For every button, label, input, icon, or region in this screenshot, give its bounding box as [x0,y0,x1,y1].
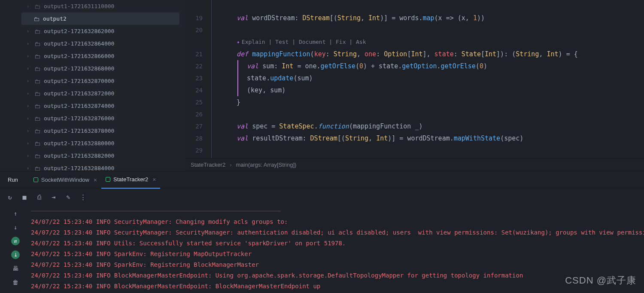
chevron-right-icon: › [27,166,33,171]
console-gutter: ↑ ↓ ⇄ ⤓ 🖶 🗑 [0,206,31,293]
code-line: val sum: Int = one.getOrElse(0) + state.… [237,60,644,72]
run-tab[interactable]: SocketWithWindow × [29,171,101,189]
more-icon[interactable]: ⋮ [79,193,87,201]
rerun-icon[interactable]: ↻ [6,193,14,201]
breadcrumb[interactable]: StateTracker2 › main(args: Array[String]… [185,158,644,171]
project-tree[interactable]: › 🗀 output1-1721631110000 🗀 output2 ›🗀ou… [0,0,185,171]
tree-item[interactable]: ›🗀output2-1721632882000 [0,150,185,162]
close-icon[interactable]: × [152,176,156,183]
code-line: resultDStream.cache() [212,156,644,158]
tree-item-label: output2-1721632882000 [44,153,114,159]
run-tab-label: StateTracker2 [113,176,148,183]
tree-item-label: output2-1721632884000 [44,165,114,171]
chevron-right-icon: › [27,66,33,71]
code-body[interactable]: val wordDStream: DStream[(String, Int)] … [211,0,644,158]
console-output[interactable]: ────────────────────────────────────────… [31,206,644,293]
chevron-right-icon: › [27,153,33,158]
down-arrow-icon[interactable]: ↓ [11,223,20,232]
tree-item-label: output2-1721632876000 [44,115,114,122]
chevron-right-icon: › [27,79,33,83]
trash-icon[interactable]: 🗑 [11,278,20,287]
log-line: 24/07/22 15:23:40 INFO BlockManagerMaste… [31,270,644,281]
tree-item[interactable]: ›🗀output2-1721632876000 [0,112,185,125]
tree-item-label: output2-1721632874000 [44,103,114,109]
folder-icon: 🗀 [34,90,40,97]
breadcrumb-item[interactable]: main(args: Array[String]) [236,162,297,168]
scroll-end-icon[interactable]: ⤓ [11,250,20,259]
code-lens[interactable]: ✦Explain | Test | Document | Fix | Ask [212,36,644,48]
tree-item-label: output2-1721632878000 [44,128,114,134]
chevron-right-icon: › [27,54,33,58]
soft-wrap-icon[interactable]: ⇄ [11,237,20,245]
breadcrumb-item[interactable]: StateTracker2 [191,162,225,168]
chevron-right-icon: › [27,91,33,96]
log-line: ────────────────────────────────────────… [31,206,644,217]
tree-item[interactable]: ›🗀output2-1721632862000 [0,25,185,37]
tree-item-label: output2-1721632864000 [44,40,114,47]
exit-icon[interactable]: ⇥ [50,193,58,201]
sparkle-icon: ✦ [237,39,240,45]
code-line: val resultDStream: DStream[(String, Int)… [212,132,644,144]
log-line: 24/07/22 15:23:40 INFO SecurityManager: … [31,227,644,238]
chevron-right-icon: › [27,104,33,108]
folder-icon: 🗀 [34,103,40,110]
code-line: def mappingFunction(key: String, one: Op… [212,48,644,60]
code-line: state.update(sum) [237,72,644,84]
stop-icon[interactable]: ■ [21,193,28,201]
chevron-right-icon: › [27,128,33,133]
folder-icon: 🗀 [34,3,40,10]
chevron-right-icon: › [27,4,33,9]
tree-item-label: output2 [43,15,67,22]
run-toolbar: ↻ ■ ⎙ ⇥ ✎ ⋮ [0,189,644,206]
edit-icon[interactable]: ✎ [64,193,72,201]
tree-item-selected[interactable]: 🗀 output2 [21,12,179,25]
folder-icon: 🗀 [34,28,40,35]
log-line: 24/07/22 15:23:40 INFO Utils: Successful… [31,238,644,249]
line-number-gutter: 19 20 21 22 23 24 25 26 27 28 29 30 31 [185,0,211,158]
code-line: val spec = StateSpec.function(mappingFun… [212,120,644,132]
run-tab-active[interactable]: StateTracker2 × [101,171,160,189]
log-line: 24/07/22 15:23:40 INFO SparkEnv: Registe… [31,259,644,270]
tree-item[interactable]: ›🗀output2-1721632880000 [0,137,185,150]
run-config-icon [33,177,38,182]
tree-item[interactable]: ›🗀output2-1721632866000 [0,50,185,62]
tree-item-label: output2-1721632862000 [44,28,114,34]
chevron-right-icon: › [230,162,231,168]
tree-item[interactable]: ›🗀output2-1721632878000 [0,125,185,137]
folder-icon: 🗀 [34,115,40,122]
run-tab-label: SocketWithWindow [41,177,89,183]
print-icon[interactable]: 🖶 [11,264,20,273]
run-panel: Run SocketWithWindow × StateTracker2 × ↻… [0,171,644,293]
tree-item[interactable]: ›🗀output2-1721632884000 [0,162,185,171]
tree-item-label: output2-1721632870000 [44,78,114,84]
code-line: (key, sum) [237,84,644,96]
folder-icon: 🗀 [34,140,40,147]
folder-icon: 🗀 [34,78,40,85]
editor[interactable]: 19 20 21 22 23 24 25 26 27 28 29 30 31 v… [185,0,644,171]
tree-item[interactable]: ›🗀output2-1721632868000 [0,62,185,75]
camera-icon[interactable]: ⎙ [35,193,43,201]
chevron-right-icon: › [27,141,33,146]
up-arrow-icon[interactable]: ↑ [11,209,20,218]
run-tabs: Run SocketWithWindow × StateTracker2 × [0,171,644,189]
tree-item-label: output2-1721632880000 [44,140,114,146]
tree-item[interactable]: ›🗀output2-1721632872000 [0,87,185,100]
close-icon[interactable]: × [94,177,97,183]
code-line: } [212,96,644,108]
log-line: 24/07/22 15:23:40 INFO SparkEnv: Registe… [31,249,644,259]
tree-item[interactable]: ›🗀output2-1721632870000 [0,75,185,87]
chevron-right-icon: › [27,41,33,46]
folder-icon: 🗀 [34,40,40,47]
tree-item[interactable]: ›🗀output2-1721632874000 [0,100,185,112]
folder-icon: 🗀 [34,53,40,60]
run-label: Run [8,177,18,183]
folder-icon: 🗀 [34,65,40,72]
tree-item[interactable]: › 🗀 output1-1721631110000 [0,0,185,12]
log-line: 24/07/22 15:23:40 INFO SecurityManager: … [31,217,644,227]
code-line: val wordDStream: DStream[(String, Int)] … [212,12,644,24]
run-config-icon [106,177,110,182]
chevron-right-icon: › [27,29,33,34]
tree-item[interactable]: ›🗀output2-1721632864000 [0,37,185,50]
folder-icon: 🗀 [33,15,39,22]
folder-icon: 🗀 [34,165,40,171]
